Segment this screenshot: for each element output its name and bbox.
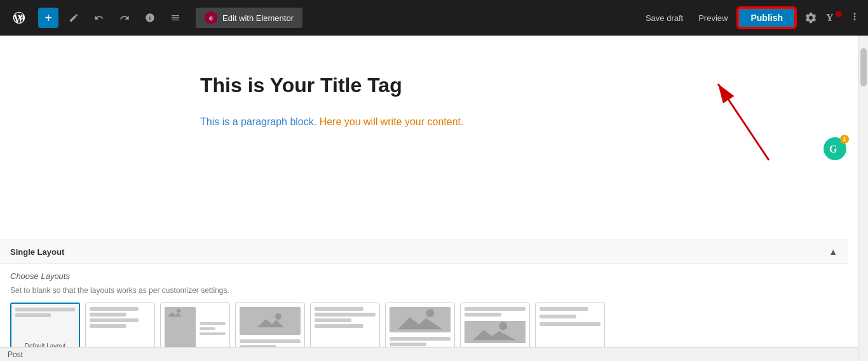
- post-status-label: Post: [8, 350, 23, 359]
- layout-item-default[interactable]: Default Layout: [10, 303, 80, 353]
- scrollbar[interactable]: [858, 36, 868, 361]
- layout-item-6[interactable]: [385, 303, 455, 353]
- editor-content: This is Your Title Tag This is a paragra…: [175, 36, 683, 153]
- redo-button[interactable]: [114, 8, 135, 28]
- toolbar-right: Save draft Preview Publish Y: [641, 8, 860, 28]
- yoast-icon[interactable]: Y: [826, 12, 844, 24]
- layout-item-7[interactable]: [460, 303, 530, 353]
- svg-rect-5: [165, 307, 184, 320]
- paragraph-block[interactable]: This is a paragraph block. Here you will…: [200, 116, 658, 128]
- panel-header: Single Layout ▲: [0, 240, 848, 264]
- svg-point-10: [275, 313, 281, 320]
- main-wrapper: This is Your Title Tag This is a paragra…: [0, 36, 868, 361]
- layout-item-5[interactable]: [310, 303, 380, 353]
- paragraph-orange-text: Here you will write your content.: [320, 116, 464, 127]
- info-button[interactable]: [140, 8, 160, 28]
- layouts-hint: Set to blank so that the layouts works a…: [10, 286, 837, 295]
- save-draft-button[interactable]: Save draft: [641, 11, 688, 25]
- layout-item-4[interactable]: [235, 303, 305, 353]
- add-block-button[interactable]: +: [38, 8, 58, 28]
- publish-button[interactable]: Publish: [738, 8, 796, 28]
- edit-with-elementor-button[interactable]: e Edit with Elementor: [196, 8, 302, 28]
- toolbar: + e Edit with Elementor Save draft Previ…: [0, 0, 868, 36]
- svg-point-1: [836, 11, 842, 17]
- more-options-button[interactable]: [849, 11, 860, 25]
- layouts-grid: Default Layout: [10, 303, 837, 353]
- elementor-icon: e: [205, 11, 217, 24]
- bottom-panel: Single Layout ▲ Choose Layouts Set to bl…: [0, 240, 848, 361]
- svg-text:G: G: [829, 144, 837, 154]
- layout-item-8[interactable]: [535, 303, 605, 353]
- edit-pencil-button[interactable]: [64, 8, 84, 28]
- svg-text:Y: Y: [826, 12, 834, 23]
- preview-button[interactable]: Preview: [693, 11, 733, 25]
- post-status-bar: Post: [0, 347, 858, 361]
- undo-button[interactable]: [89, 8, 109, 28]
- svg-point-7: [177, 309, 180, 313]
- settings-button[interactable]: [801, 8, 821, 28]
- list-view-button[interactable]: [165, 8, 186, 28]
- layout-item-2[interactable]: [85, 303, 155, 353]
- page-title[interactable]: This is Your Title Tag: [200, 74, 658, 97]
- annotation-arrow: [680, 71, 794, 173]
- scrollbar-thumb[interactable]: [860, 48, 867, 86]
- editor-area[interactable]: This is Your Title Tag This is a paragra…: [0, 36, 858, 361]
- svg-point-13: [426, 309, 435, 317]
- grammarly-badge: 1: [840, 135, 849, 144]
- panel-title: Single Layout: [10, 247, 64, 257]
- layout-item-3[interactable]: [160, 303, 230, 353]
- paragraph-blue-text: This is a paragraph block.: [200, 116, 316, 127]
- svg-rect-8: [254, 311, 286, 330]
- wp-logo: [8, 6, 31, 29]
- svg-point-16: [499, 322, 507, 330]
- grammarly-icon-float[interactable]: G 1: [824, 137, 846, 160]
- panel-toggle-button[interactable]: ▲: [829, 247, 837, 257]
- choose-layouts-label: Choose Layouts: [10, 271, 837, 281]
